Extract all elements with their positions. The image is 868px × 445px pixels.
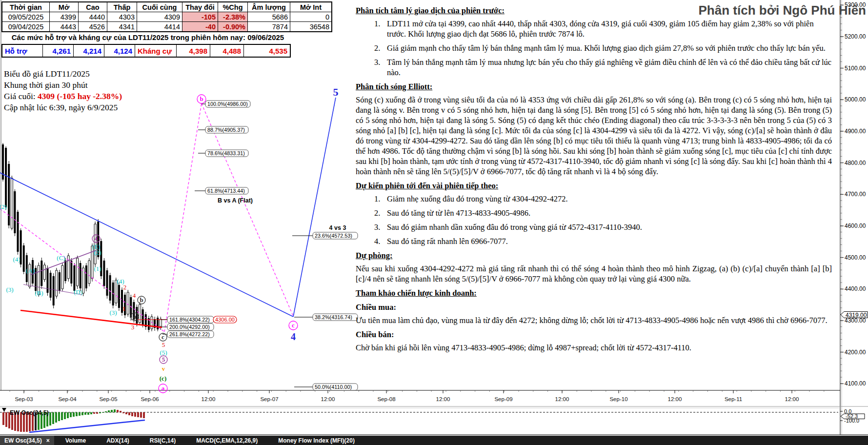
price-axis-label[interactable]: 4700.00 [845, 191, 866, 198]
psychology-item: 1.LDT11 mở cửa tại 4399, cao nhất 4440, … [374, 19, 832, 39]
tab-ew-osc[interactable]: EW Osc(34,5) × [0, 436, 54, 445]
price-axis-label[interactable]: 4200.00 [845, 349, 866, 356]
fib-level-label: 200.0%(4292.00) [161, 324, 214, 330]
psychology-item: 2.Giá giảm mạnh cho thấy tâm lý bán thắn… [374, 43, 832, 53]
osc-bar [61, 412, 63, 420]
fib-level-label: 23.6%(4572.53) [292, 232, 358, 239]
forecast-item: 3.Sau đó giảm nhanh dần xuống đâu đó tro… [374, 222, 832, 232]
forecast-heading: Dự kiến phiên tới đến vài phiên tiếp the… [356, 181, 832, 191]
forecast-item: 1.Giảm nhẹ xuống đâu đó trong vùng từ 43… [374, 194, 832, 204]
osc-bar [111, 410, 113, 412]
time-axis-label[interactable]: Sep-07 [260, 396, 278, 402]
oscillator-panel[interactable]: EW Osc(34,5) 0.0 -100.0 -52.3 [0, 408, 865, 432]
svg-text:B vs A (Flat): B vs A (Flat) [218, 197, 253, 204]
price-axis-label[interactable]: 4600.00 [845, 222, 866, 229]
svg-text:(2): (2) [0, 203, 7, 210]
svg-text:b: b [200, 95, 203, 102]
fib-level-label: 78.6%(4833.31) [198, 150, 248, 157]
time-axis-label[interactable]: 12:00 [668, 396, 682, 402]
forecast-item: 2.Sau đó tăng từ từ lên 4713-4833-4905-4… [374, 208, 832, 218]
time-axis-label[interactable]: Sep-06 [141, 396, 159, 402]
candle-wicks [3, 143, 161, 332]
time-axis-label[interactable]: Sep-10 [609, 396, 627, 402]
osc-bar [131, 412, 133, 416]
svg-text:5: 5 [162, 341, 165, 348]
price-axis-label[interactable]: 4400.00 [845, 285, 866, 292]
osc-bar [134, 412, 136, 417]
price-axis-label[interactable]: 4100.00 [845, 380, 866, 387]
tab-rsi[interactable]: RSI(C,14) [140, 437, 186, 444]
svg-text:b: b [140, 296, 143, 303]
svg-text:(4): (4) [13, 256, 20, 263]
fib-level-label: 100.0%(4986.00) [202, 101, 250, 107]
osc-bar [99, 412, 101, 413]
tab-volume[interactable]: Volume [55, 437, 96, 444]
price-axis-label[interactable]: 4500.00 [845, 254, 866, 261]
price-axis-label[interactable]: 4800.00 [845, 160, 866, 166]
price-axis-label[interactable]: 5100.00 [845, 65, 866, 72]
support-2: 4,214 [74, 44, 104, 57]
study-tabs-bar: EW Osc(34,5) × Volume ADX(14) RSI(C,14) … [0, 436, 868, 445]
svg-text:88.7%(4905.37): 88.7%(4905.37) [207, 127, 245, 133]
time-axis-label[interactable]: Sep-05 [99, 396, 117, 402]
svg-text:261.8%(4272.22): 261.8%(4272.22) [169, 331, 210, 337]
tab-macd[interactable]: MACD(C,EMA,12,26,9) [186, 437, 268, 444]
osc-bar [79, 412, 81, 416]
chart-last-price: Giá cuối: 4309 (-105 hay -2.38%) [4, 91, 122, 102]
osc-bar [105, 411, 107, 412]
wave-label: (c) [160, 375, 166, 382]
close-icon[interactable]: × [46, 437, 50, 444]
sr-caption: Các mức hỗ trợ và kháng cự của LDT11/202… [1, 33, 294, 41]
tab-adx[interactable]: ADX(14) [96, 437, 140, 444]
time-axis-label[interactable]: 12:00 [436, 396, 450, 402]
cell-change: -40 [182, 22, 218, 32]
col-volume: Âm lượng [248, 2, 290, 12]
price-axis-label[interactable]: 4900.00 [845, 128, 866, 135]
last-price-change: 4309 (-105 hay -2.38%) [38, 91, 122, 101]
osc-bar [64, 412, 66, 419]
magenta-wave-line-bc [202, 103, 293, 316]
ohlc-header-row: Thời gian Mở Cao Thấp Cuối cùng Thay đổi… [2, 2, 332, 12]
tab-mfi[interactable]: Money Flow Index (MFI)(20) [268, 437, 365, 444]
candle-bodies-up [11, 178, 161, 329]
time-axis-label[interactable]: 12:00 [202, 396, 216, 402]
svg-text:v: v [162, 365, 165, 372]
time-axis-label[interactable]: 12:00 [555, 396, 569, 402]
time-axis-label[interactable]: Sep-11 [725, 396, 742, 402]
chart-info: Biểu đồ giá LDT11/2025 Khung thời gian 3… [4, 68, 122, 113]
price-axis-label[interactable]: 5000.00 [845, 96, 866, 103]
osc-bar [55, 412, 57, 423]
time-axis-label[interactable]: Sep-03 [15, 396, 33, 402]
time-axis-label[interactable]: Sep-04 [58, 396, 77, 402]
chart-timeframe: Khung thời gian 30 phút [4, 80, 122, 91]
osc-bar [5, 412, 7, 427]
cell-high: 4440 [79, 12, 107, 22]
osc-bar [70, 412, 72, 417]
svg-text:(B): (B) [35, 289, 43, 297]
wave-label: 4 vs 3 [329, 224, 346, 231]
wave-label: (4) [13, 256, 20, 263]
svg-text:(2): (2) [94, 249, 101, 256]
osc-bar [140, 412, 142, 418]
cell-open-interest: 0 [290, 12, 332, 22]
wave-label: 3 [131, 324, 135, 331]
ohlc-row: 09/04/2025 4443 4526 4341 4414 -40 -0.90… [2, 22, 332, 32]
svg-text:(1): (1) [94, 265, 101, 272]
sell-side-label: Chiều bán: [356, 329, 832, 340]
time-axis-label[interactable]: 12:00 [321, 396, 335, 402]
svg-text:161.8%(4304.22): 161.8%(4304.22) [169, 317, 210, 323]
wave-label: 5 [162, 341, 165, 348]
time-axis-label[interactable]: 12:00 [785, 396, 799, 402]
osc-bar [102, 412, 104, 413]
time-axis-label[interactable]: Sep-09 [494, 396, 512, 402]
svg-text:(c): (c) [160, 375, 166, 382]
osc-marker-icon [2, 408, 6, 412]
svg-text:(3): (3) [6, 286, 13, 293]
osc-bar [96, 412, 98, 414]
wave-label: (A) [26, 267, 35, 274]
fib-level-label: 38.2%(4316.74) [294, 314, 358, 321]
osc-bar [114, 409, 116, 412]
price-axis-label[interactable]: 5200.00 [845, 33, 866, 40]
magenta-wave-line-up [164, 103, 202, 332]
time-axis-label[interactable]: Sep-08 [377, 396, 395, 402]
